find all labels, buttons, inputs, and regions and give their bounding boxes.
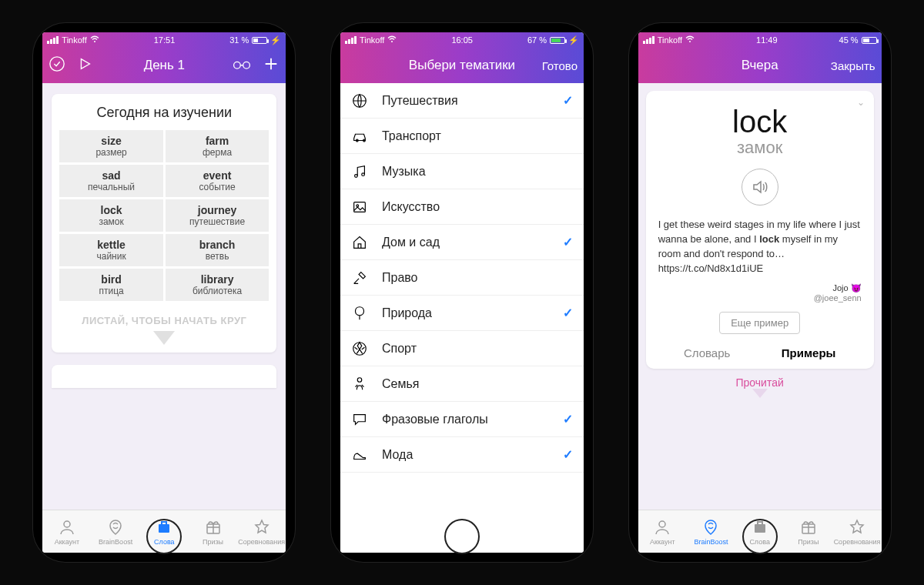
study-card: Сегодня на изучении sizeразмерfarmфермаs… <box>52 94 276 353</box>
topic-row[interactable]: Путешествия✓ <box>340 83 584 119</box>
signal-icon <box>47 36 59 44</box>
tab-4[interactable]: Соревнования <box>237 510 286 553</box>
car-icon <box>351 128 371 145</box>
word-cell[interactable]: journeyпутешествие <box>166 199 270 232</box>
chevron-down-icon[interactable]: ⌄ <box>857 97 865 108</box>
topic-label: Природа <box>382 306 563 320</box>
tab-3[interactable]: Призы <box>189 510 237 553</box>
word-cell[interactable]: kettleчайник <box>59 234 163 266</box>
topic-label: Путешествия <box>382 94 563 108</box>
check-icon: ✓ <box>563 306 573 320</box>
nav-title: Вчера <box>742 58 778 73</box>
topic-row[interactable]: Транспорт <box>340 119 584 154</box>
example-text: I get these weird stages in my life wher… <box>658 218 862 276</box>
word-english: lock <box>658 105 862 139</box>
tab-4[interactable]: Соревнования <box>832 510 881 553</box>
topic-row[interactable]: Фразовые глаголы✓ <box>340 402 584 437</box>
arrow-down-icon <box>752 389 768 398</box>
nav-title: Выбери тематики <box>409 58 515 73</box>
swipe-hint: ЛИСТАЙ, ЧТОБЫ НАЧАТЬ КРУГ <box>59 315 269 326</box>
topic-row[interactable]: Право <box>340 260 584 296</box>
battery-percent: 31 % <box>229 35 249 45</box>
charging-icon: ⚡ <box>270 35 281 45</box>
word-en: event <box>169 169 266 182</box>
word-cell[interactable]: eventсобытие <box>166 165 270 197</box>
tab-0[interactable]: Аккаунт <box>638 510 687 553</box>
check-icon: ✓ <box>563 447 573 462</box>
battery-percent: 67 % <box>527 35 547 45</box>
segment-tab[interactable]: Словарь <box>684 346 730 359</box>
word-cell[interactable]: farmферма <box>166 130 270 162</box>
word-cell[interactable]: branchветвь <box>166 234 270 266</box>
carrier-label: Tinkoff <box>62 35 86 45</box>
topic-label: Музыка <box>382 165 573 179</box>
tab-label: Соревнования <box>834 538 881 546</box>
topic-row[interactable]: Искусство <box>340 189 584 225</box>
nav-bar: День 1 <box>42 48 286 83</box>
word-cell[interactable]: sizeразмер <box>59 130 163 162</box>
topic-label: Мода <box>382 448 563 462</box>
svg-point-1 <box>50 56 64 70</box>
topic-row[interactable]: Дом и сад✓ <box>340 225 584 260</box>
speak-button[interactable] <box>742 169 778 206</box>
carrier-label: Tinkoff <box>360 35 384 45</box>
word-en: farm <box>169 135 266 147</box>
family-icon <box>351 376 371 393</box>
word-cell[interactable]: sadпечальный <box>59 165 163 197</box>
topic-row[interactable]: Природа✓ <box>340 296 584 331</box>
play-icon[interactable] <box>76 55 93 76</box>
arrow-down-icon <box>153 331 175 345</box>
music-icon <box>351 163 371 180</box>
svg-point-2 <box>234 62 241 69</box>
tab-3[interactable]: Призы <box>784 510 832 553</box>
word-card: ⌄ lock замок I get these weird stages in… <box>646 91 874 369</box>
next-card-peek[interactable] <box>52 365 276 388</box>
charging-icon: ⚡ <box>568 35 579 45</box>
svg-point-14 <box>357 377 362 382</box>
shoe-icon <box>351 446 371 463</box>
content-area[interactable]: Сегодня на изучении sizeразмерfarmфермаs… <box>42 83 286 510</box>
done-button[interactable]: Готово <box>542 59 578 72</box>
gavel-icon <box>351 269 371 286</box>
tab-label: Призы <box>798 538 819 546</box>
topic-row[interactable]: Музыка <box>340 154 584 189</box>
word-cell[interactable]: libraryбиблиотека <box>166 269 270 301</box>
word-cell[interactable]: lockзамок <box>59 199 163 232</box>
topic-row[interactable]: Семья <box>340 366 584 402</box>
glasses-icon[interactable] <box>232 55 252 76</box>
home-button[interactable] <box>444 519 480 554</box>
svg-point-15 <box>689 41 691 42</box>
tab-label: Аккаунт <box>55 538 80 546</box>
nav-bar: Вчера Закрыть <box>638 48 882 83</box>
word-ru: замок <box>62 216 160 227</box>
word-ru: событие <box>169 182 266 192</box>
topic-label: Семья <box>382 377 573 391</box>
word-en: sad <box>62 169 160 182</box>
close-button[interactable]: Закрыть <box>831 59 875 72</box>
word-en: kettle <box>62 239 160 251</box>
word-ru: ферма <box>169 147 266 158</box>
word-cell[interactable]: birdптица <box>59 269 163 301</box>
word-ru: путешествие <box>169 216 266 227</box>
word-en: size <box>62 135 160 147</box>
topic-list[interactable]: Путешествия✓ТранспортМузыкаИскусствоДом … <box>340 83 584 553</box>
topic-row[interactable]: Спорт <box>340 331 584 366</box>
chat-icon <box>351 411 371 428</box>
nav-title: День 1 <box>144 58 185 73</box>
check-circle-icon[interactable] <box>49 55 65 76</box>
tab-1[interactable]: BrainBoost <box>687 510 735 553</box>
tab-0[interactable]: Аккаунт <box>42 510 91 553</box>
word-en: library <box>169 273 266 286</box>
home-button[interactable] <box>742 519 778 554</box>
more-example-button[interactable]: Еще пример <box>719 312 800 334</box>
battery-icon <box>862 37 877 44</box>
read-hint: Прочитай <box>638 376 882 389</box>
tab-1[interactable]: BrainBoost <box>92 510 140 553</box>
content-area[interactable]: ⌄ lock замок I get these weird stages in… <box>638 83 882 510</box>
svg-point-3 <box>243 62 250 69</box>
topic-row[interactable]: Мода✓ <box>340 437 584 473</box>
home-icon <box>351 234 371 251</box>
segment-tab[interactable]: Примеры <box>782 346 836 359</box>
plus-icon[interactable] <box>263 55 280 76</box>
home-button[interactable] <box>146 519 182 554</box>
